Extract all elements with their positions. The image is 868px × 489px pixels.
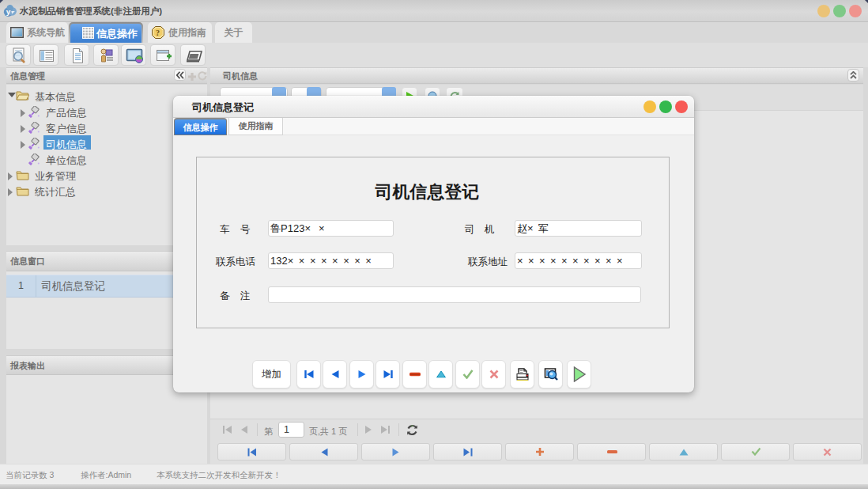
- svg-text:?: ?: [156, 28, 160, 37]
- svg-text:y: y: [6, 7, 11, 16]
